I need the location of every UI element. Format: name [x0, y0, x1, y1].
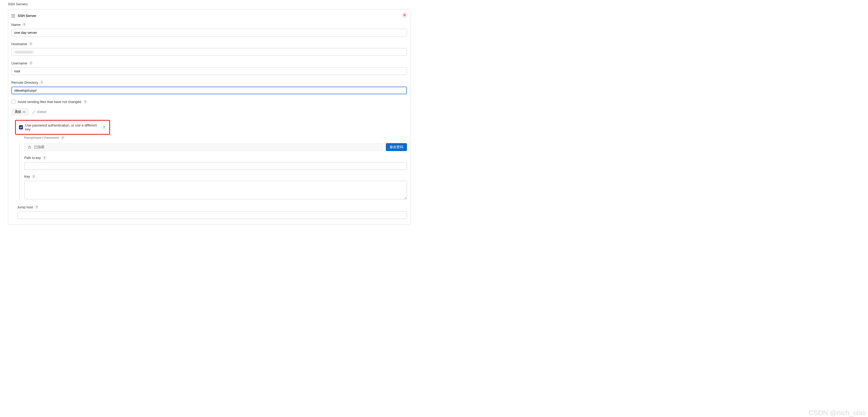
change-password-button[interactable]: 修改密码: [386, 143, 407, 151]
advanced-label: 高级: [15, 110, 21, 114]
help-icon[interactable]: ?: [29, 61, 33, 65]
username-input[interactable]: [11, 67, 407, 75]
avoid-resend-checkbox[interactable]: [11, 99, 16, 104]
password-hidden-box: 已隐藏: [24, 143, 383, 151]
help-icon[interactable]: ?: [102, 125, 106, 129]
name-field: Name ?: [11, 23, 407, 36]
panel-title: SSH Server: [18, 14, 36, 18]
avoid-resend-row: Avoid sending files that have not change…: [11, 99, 407, 104]
passphrase-label: Passphrase / Password: [24, 136, 59, 140]
path-to-key-field: Path to key ?: [24, 156, 407, 170]
key-field: Key ?: [24, 175, 407, 200]
help-icon[interactable]: ?: [35, 205, 39, 209]
jump-host-label: Jump host: [17, 205, 33, 209]
hostname-input[interactable]: [11, 48, 407, 56]
drag-handle-icon[interactable]: [11, 14, 15, 18]
remote-directory-label: Remote Directory: [11, 81, 38, 85]
password-hidden-text: 已隐藏: [34, 145, 44, 149]
name-label: Name: [11, 23, 21, 27]
edited-indicator: Edited: [32, 110, 46, 114]
hostname-label: Hostname: [11, 42, 27, 46]
section-title: SSH Servers: [8, 2, 868, 6]
panel-header: SSH Server: [11, 14, 407, 18]
help-icon[interactable]: ?: [22, 23, 26, 27]
advanced-nested: 已隐藏 修改密码 Path to key ? Key ?: [19, 142, 407, 200]
help-icon[interactable]: ?: [39, 80, 44, 85]
close-button[interactable]: [402, 12, 407, 18]
ssh-server-panel: SSH Server Name ? Hostname ? Username ? …: [8, 9, 410, 225]
remote-directory-input[interactable]: [11, 87, 407, 94]
path-to-key-input[interactable]: [24, 162, 407, 170]
svg-rect-0: [29, 147, 31, 148]
help-icon[interactable]: ?: [42, 156, 47, 160]
help-icon[interactable]: ?: [83, 99, 87, 104]
username-field: Username ?: [11, 61, 407, 75]
jump-host-field: Jump host ?: [17, 205, 407, 219]
remote-directory-field: Remote Directory ?: [11, 80, 407, 94]
avoid-resend-label: Avoid sending files that have not change…: [18, 100, 81, 104]
help-icon[interactable]: ?: [61, 136, 65, 140]
chevron-up-icon: [23, 111, 25, 113]
help-icon[interactable]: ?: [29, 42, 33, 46]
jump-host-input[interactable]: [17, 211, 407, 219]
advanced-toggle-button[interactable]: 高级: [11, 108, 29, 116]
use-password-highlight: Use password authentication, or use a di…: [15, 120, 110, 135]
key-textarea[interactable]: [24, 181, 407, 199]
name-input[interactable]: [11, 29, 407, 36]
help-icon[interactable]: ?: [32, 175, 36, 179]
path-to-key-label: Path to key: [24, 156, 41, 160]
use-password-checkbox[interactable]: [19, 125, 23, 129]
username-label: Username: [11, 61, 27, 65]
passphrase-field: 已隐藏 修改密码: [24, 143, 407, 151]
use-password-label: Use password authentication, or use a di…: [25, 123, 100, 131]
advanced-row: 高级 Edited: [11, 108, 407, 116]
edited-label: Edited: [37, 110, 46, 114]
lock-icon: [28, 145, 31, 149]
key-label: Key: [24, 175, 30, 179]
pencil-icon: [32, 110, 36, 114]
hostname-field: Hostname ?: [11, 42, 407, 56]
passphrase-label-row: Passphrase / Password ?: [24, 136, 407, 140]
